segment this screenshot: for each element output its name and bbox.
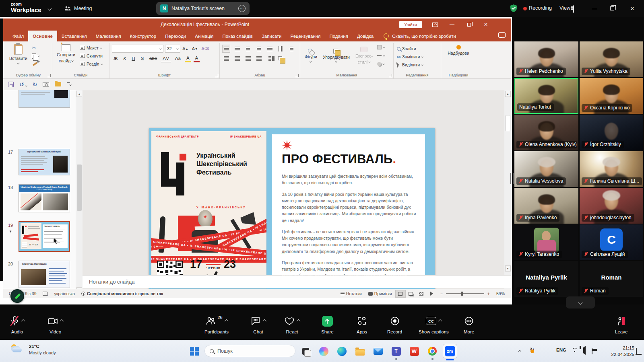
teams-icon[interactable]: T (391, 346, 401, 356)
clear-format-button[interactable]: A⌫ (200, 45, 211, 53)
scroll-up-arrow[interactable]: ▲ (505, 91, 511, 97)
chevron-up-icon[interactable] (438, 319, 442, 323)
italic-button[interactable]: К (122, 54, 128, 62)
increase-font-button[interactable]: A▲ (181, 45, 190, 53)
slide-thumbnail-17[interactable]: Віртуальний білінгвальний музей (19, 149, 70, 175)
participant-tile[interactable]: C Світлана Лущій (580, 224, 643, 260)
zoom-app-active[interactable]: zm (443, 344, 457, 358)
sync-update-icon[interactable]: ↻ (530, 346, 535, 353)
format-painter-button[interactable] (31, 60, 40, 68)
notification-bell-icon[interactable] (636, 348, 637, 354)
tab-slideshow[interactable]: Показ слайдів (218, 31, 257, 41)
mail-icon[interactable] (373, 346, 383, 356)
react-button[interactable]: React (284, 316, 300, 334)
comments-icon[interactable] (498, 32, 506, 38)
participants-button[interactable]: 26 Participants (204, 316, 229, 334)
view-layout-icon[interactable] (573, 5, 574, 13)
bullets-button[interactable] (222, 45, 230, 53)
tray-expand-chevron[interactable] (518, 348, 521, 354)
zoom-out-button[interactable]: − (437, 289, 446, 298)
clock[interactable]: 21:15 22.04.2025 (603, 345, 634, 358)
zoom-percentage[interactable]: 59% (493, 289, 511, 298)
copy-button[interactable] (31, 52, 40, 60)
tell-me-box[interactable]: Скажіть, що потрібно зробити (391, 31, 460, 41)
open-file-button[interactable] (55, 82, 61, 86)
notes-pane[interactable]: Нотатки до слайда (83, 275, 511, 288)
apps-button[interactable]: Apps (357, 316, 367, 334)
participant-tile[interactable]: Галина Євгенівна Ш... (580, 151, 643, 187)
tab-transitions[interactable]: Переходи (161, 31, 190, 41)
scroll-down-arrow[interactable]: ▼ (505, 265, 511, 272)
start-button[interactable] (189, 346, 200, 356)
chevron-up-icon[interactable] (60, 319, 64, 323)
thumbnail-scrollbar[interactable]: ▲ ▼ (76, 90, 83, 294)
layout-button[interactable]: Макет (79, 44, 103, 52)
scroll-up-arrow[interactable]: ▲ (76, 91, 82, 97)
smartart-convert-button[interactable] (277, 54, 285, 62)
participant-tile[interactable]: Helen Pedchenko (514, 41, 578, 77)
zoom-slider-thumb[interactable] (461, 292, 463, 296)
new-slide-button[interactable]: Створити слайд (55, 44, 77, 68)
current-slide[interactable]: ФРАНКІВСЬКИЙ ДРАМТЕАТР IF SHAKESPEARE UA… (149, 128, 435, 292)
tab-home[interactable]: Основне (28, 31, 57, 41)
change-case-button[interactable]: Aa (173, 54, 182, 62)
tab-meeting[interactable]: Meeting (64, 3, 92, 14)
addins-button[interactable]: Надбудови (446, 45, 471, 56)
increase-indent-button[interactable] (255, 45, 263, 53)
chevron-up-icon[interactable] (263, 319, 267, 323)
columns-button[interactable] (266, 54, 274, 62)
record-button[interactable]: Record (387, 316, 402, 334)
ppt-minimize-button[interactable]: — (444, 19, 460, 31)
file-explorer-icon[interactable] (355, 346, 365, 356)
tab-design[interactable]: Конструктор (126, 31, 161, 41)
language-indicator[interactable]: українська (51, 289, 78, 298)
replace-button[interactable]: abЗамінити (396, 53, 438, 61)
highlight-color-button[interactable]: A (185, 54, 191, 62)
dialog-launcher-icon[interactable] (215, 74, 218, 77)
slide-thumbnail-20[interactable]: Структура Фестивалю (19, 261, 70, 288)
undo-button[interactable]: ↺ (19, 81, 27, 88)
bold-button[interactable]: Ж (112, 54, 119, 62)
slideshow-view-button[interactable] (427, 290, 437, 298)
volume-icon[interactable] (582, 348, 586, 353)
festival-poster[interactable]: ФРАНКІВСЬКИЙ ДРАМТЕАТР IF SHAKESPEARE UA… (151, 131, 266, 288)
tab-record[interactable]: Записати (257, 31, 286, 41)
numbering-button[interactable] (233, 45, 241, 53)
shape-effects-button[interactable] (376, 60, 386, 68)
copilot-icon[interactable] (318, 346, 329, 356)
shape-outline-button[interactable] (376, 51, 386, 60)
normal-view-button[interactable] (395, 290, 406, 298)
edge-icon[interactable] (336, 346, 347, 356)
view-button[interactable]: View (559, 5, 570, 11)
justify-button[interactable] (255, 54, 263, 62)
reset-button[interactable]: Скинути (79, 52, 103, 60)
about-festival-panel[interactable]: ПРО ФЕСТИВАЛЬ. Ми вирішили заснувати цей… (272, 134, 425, 283)
ppt-restore-button[interactable] (460, 19, 477, 31)
cut-button[interactable]: ✂ (31, 44, 40, 52)
tab-shared-screen[interactable]: N Nataliya Torkut's screen ⋯ (156, 2, 250, 15)
task-view-button[interactable] (300, 346, 311, 356)
dialog-launcher-icon[interactable] (47, 74, 51, 77)
reading-view-button[interactable] (416, 290, 427, 298)
participant-tile[interactable]: johndouglasclayton (580, 188, 643, 224)
text-shadow-button[interactable]: S (139, 54, 145, 62)
participant-tile[interactable]: Kyryl Tarasenko (514, 224, 578, 260)
section-button[interactable]: Розділ (79, 60, 103, 68)
align-left-button[interactable] (222, 54, 230, 62)
language-indicator[interactable]: ENG (556, 348, 566, 352)
participant-tile[interactable]: Olena Annenkova (Kyiv) (514, 115, 578, 150)
tab-animations[interactable]: Анімація (190, 31, 218, 41)
slide-sorter-view-button[interactable] (406, 290, 416, 298)
accessibility-status[interactable]: Спеціальні можливості: щось не так (78, 289, 166, 298)
share-button[interactable]: Share (321, 316, 334, 334)
minimize-button[interactable]: — (588, 3, 601, 14)
tab-file[interactable]: Файл (8, 31, 28, 41)
zoom-in-button[interactable]: + (484, 289, 493, 298)
notes-toggle-button[interactable]: Нотатки (337, 289, 365, 298)
chevron-up-icon[interactable] (224, 319, 228, 323)
slide-thumbnail-18[interactable]: Ukrainian Shakespeare Festival (Ivano-Fr… (19, 184, 70, 212)
line-spacing-button[interactable] (266, 45, 274, 53)
align-right-button[interactable] (244, 54, 252, 62)
participant-tile-active-speaker[interactable]: Nataliya Torkut (514, 78, 578, 114)
chevron-up-icon[interactable] (297, 319, 301, 323)
